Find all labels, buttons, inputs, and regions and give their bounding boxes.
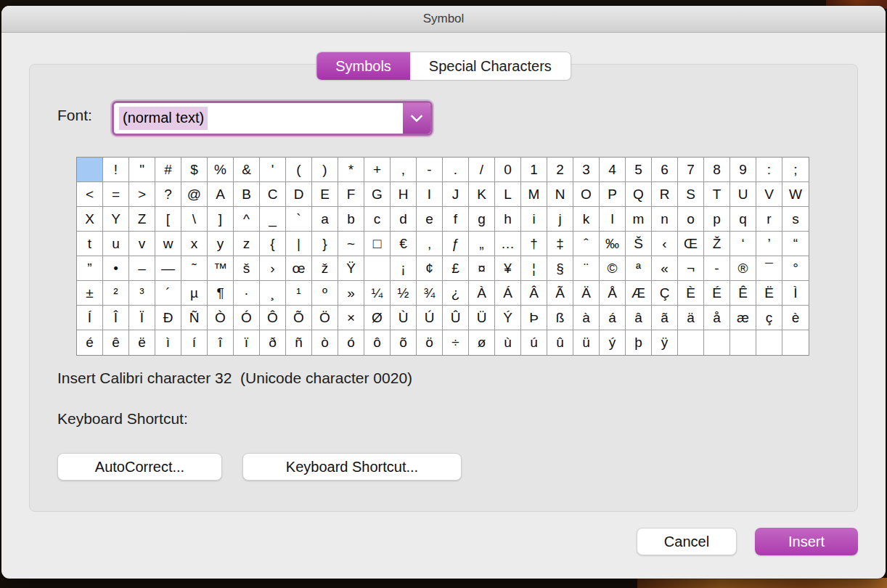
symbol-cell[interactable]: k (573, 207, 600, 232)
symbol-cell[interactable]: Ñ (181, 306, 208, 330)
symbol-cell[interactable]: ” (77, 256, 103, 281)
symbol-cell[interactable]: ü (573, 330, 600, 355)
symbol-cell[interactable]: Î (103, 306, 129, 330)
symbol-cell[interactable]: · (234, 281, 260, 306)
symbol-cell[interactable]: × (338, 306, 364, 330)
symbol-cell[interactable]: ³ (129, 281, 155, 306)
symbol-cell[interactable]: g (469, 207, 495, 232)
tab-symbols[interactable]: Symbols (316, 52, 410, 80)
symbol-cell[interactable]: Ø (364, 306, 391, 330)
symbol-cell[interactable]: } (312, 232, 338, 256)
symbol-cell[interactable]: , (391, 158, 417, 182)
symbol-cell[interactable]: ‚ (417, 232, 443, 256)
symbol-cell[interactable]: Ì (782, 281, 809, 306)
symbol-cell[interactable]: ‘ (730, 232, 756, 256)
symbol-cell[interactable]: Œ (678, 232, 704, 256)
symbol-cell[interactable]: d (391, 207, 417, 232)
symbol-cell[interactable]: ú (521, 330, 547, 355)
symbol-cell[interactable]: : (756, 158, 782, 182)
symbol-cell[interactable]: ð (260, 330, 286, 355)
symbol-cell[interactable]: 7 (678, 158, 704, 182)
symbol-cell[interactable]: à (573, 306, 600, 330)
symbol-cell[interactable]: P (600, 182, 626, 207)
symbol-cell[interactable]: S (678, 182, 704, 207)
symbol-cell[interactable]: _ (260, 207, 286, 232)
symbol-cell[interactable]: ' (260, 158, 286, 182)
symbol-cell[interactable]: z (234, 232, 260, 256)
symbol-cell[interactable]: ° (782, 256, 809, 281)
symbol-cell[interactable]: Ý (495, 306, 521, 330)
symbol-cell[interactable]: Æ (626, 281, 652, 306)
symbol-cell[interactable]: „ (469, 232, 495, 256)
symbol-cell[interactable]: s (782, 207, 809, 232)
symbol-cell[interactable]: 9 (730, 158, 756, 182)
symbol-cell[interactable]: § (547, 256, 573, 281)
symbol-cell[interactable]: r (756, 207, 782, 232)
symbol-cell[interactable]: @ (181, 182, 208, 207)
insert-button[interactable]: Insert (755, 528, 858, 555)
symbol-cell[interactable]: ^ (234, 207, 260, 232)
symbol-cell[interactable]: N (547, 182, 573, 207)
symbol-cell[interactable]: E (312, 182, 338, 207)
symbol-cell[interactable]: \ (181, 207, 208, 232)
symbol-cell[interactable]: ñ (286, 330, 312, 355)
symbol-cell[interactable]: È (678, 281, 704, 306)
symbol-cell[interactable]: ø (469, 330, 495, 355)
symbol-cell[interactable]: q (730, 207, 756, 232)
symbol-cell[interactable]: ¤ (469, 256, 495, 281)
symbol-cell[interactable]: ; (782, 158, 809, 182)
symbol-cell[interactable]: ç (756, 306, 782, 330)
symbol-cell[interactable]: A (208, 182, 234, 207)
symbol-cell[interactable]: [ (155, 207, 181, 232)
symbol-cell[interactable]: 5 (626, 158, 652, 182)
symbol-cell[interactable]: ‰ (600, 232, 626, 256)
symbol-cell[interactable]: L (495, 182, 521, 207)
symbol-cell[interactable]: Â (521, 281, 547, 306)
symbol-cell[interactable]: Ô (260, 306, 286, 330)
symbol-cell[interactable]: R (652, 182, 678, 207)
symbol-cell[interactable] (782, 330, 809, 355)
symbol-cell[interactable]: u (103, 232, 129, 256)
symbol-cell[interactable]: 2 (547, 158, 573, 182)
symbol-cell[interactable]: ß (547, 306, 573, 330)
symbol-cell[interactable]: è (782, 306, 809, 330)
symbol-cell[interactable]: C (260, 182, 286, 207)
symbol-cell[interactable]: á (600, 306, 626, 330)
font-dropdown[interactable]: (normal text) (112, 101, 433, 136)
symbol-cell[interactable]: 0 (495, 158, 521, 182)
symbol-cell[interactable]: • (103, 256, 129, 281)
symbol-cell[interactable] (756, 330, 782, 355)
symbol-cell[interactable]: K (469, 182, 495, 207)
symbol-cell[interactable]: W (782, 182, 809, 207)
symbol-cell[interactable]: F (338, 182, 364, 207)
symbol-cell[interactable]: G (364, 182, 391, 207)
symbol-cell[interactable]: Ð (155, 306, 181, 330)
cancel-button[interactable]: Cancel (637, 528, 737, 555)
symbol-cell[interactable]: Ï (129, 306, 155, 330)
symbol-cell[interactable]: o (678, 207, 704, 232)
symbol-cell[interactable]: ï (234, 330, 260, 355)
symbol-cell[interactable]: Å (600, 281, 626, 306)
symbol-cell[interactable] (704, 330, 730, 355)
symbol-cell[interactable]: þ (626, 330, 652, 355)
symbol-cell[interactable]: ý (600, 330, 626, 355)
symbol-cell[interactable]: — (155, 256, 181, 281)
symbol-cell[interactable]: Þ (521, 306, 547, 330)
symbol-cell[interactable]: œ (286, 256, 312, 281)
symbol-cell[interactable]: Ã (547, 281, 573, 306)
symbol-cell[interactable]: Ú (417, 306, 443, 330)
symbol-cell[interactable]: ` (286, 207, 312, 232)
symbol-cell[interactable]: ì (155, 330, 181, 355)
symbol-cell[interactable]: µ (181, 281, 208, 306)
keyboard-shortcut-button[interactable]: Keyboard Shortcut... (242, 453, 462, 481)
symbol-cell[interactable]: ë (129, 330, 155, 355)
symbol-cell[interactable]: ‡ (547, 232, 573, 256)
symbol-cell[interactable]: m (626, 207, 652, 232)
symbol-cell[interactable]: ƒ (443, 232, 469, 256)
symbol-cell[interactable]: ¸ (260, 281, 286, 306)
symbol-cell[interactable]: { (260, 232, 286, 256)
symbol-cell[interactable] (77, 158, 103, 182)
tab-special-characters[interactable]: Special Characters (410, 52, 571, 80)
symbol-cell[interactable]: ¡ (391, 256, 417, 281)
symbol-cell[interactable]: ô (364, 330, 391, 355)
